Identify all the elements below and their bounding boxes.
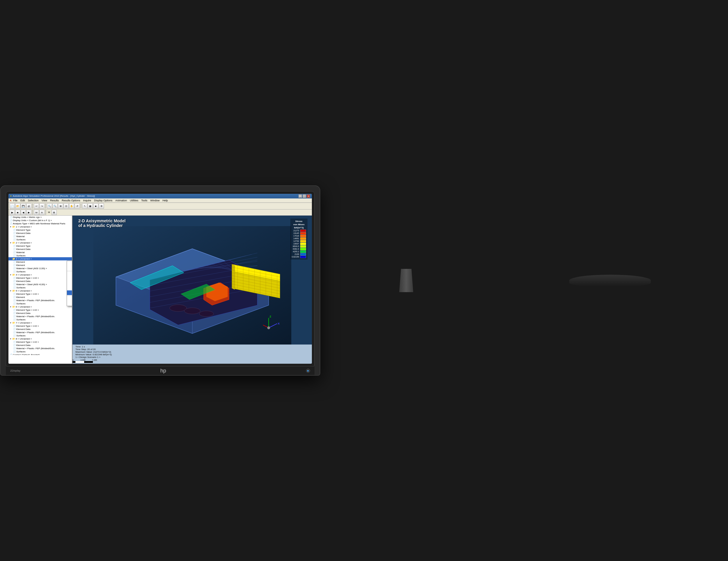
prev-btn[interactable]: ◀ — [21, 210, 26, 215]
tree-item-part4[interactable]: ▼ 📁 4 < Unnamed > — [8, 273, 72, 277]
tree-item-part5-et[interactable]: 📄 Element Type < 2-D > — [8, 292, 72, 295]
zoom-out-btn[interactable]: 🔍 — [52, 204, 58, 209]
menu-selection[interactable]: Selection — [27, 199, 40, 202]
menu-inquire[interactable]: Inquire — [82, 199, 92, 202]
tree-item-part6-et[interactable]: 📄 Element Type < 2-D > — [8, 308, 72, 311]
menu-results-options[interactable]: Results Options — [61, 199, 82, 202]
tree-item-part2-et[interactable]: 📄 Element Type — [8, 245, 72, 248]
tree-item-part1-surfaces[interactable]: 📄 Surfaces — [8, 238, 72, 241]
tree-item-contact[interactable]: 📄 Contact (Default: Bonded) — [8, 353, 72, 355]
pan-btn[interactable]: ✋ — [69, 204, 74, 209]
tree-item-part8-et[interactable]: 📄 Element Type < 2-D > — [8, 340, 72, 344]
tree-item-part6-ed[interactable]: 📄 Element Data — [8, 311, 72, 315]
tree-item-part7[interactable]: ▼ 📁 7 < Unnamed > — [8, 321, 72, 324]
tree-item-display-units-custom[interactable]: 📄 Display Units < Custom (lbf in s F J) … — [8, 219, 72, 222]
legend-value-5: 10637 — [294, 243, 299, 245]
menu-display-options[interactable]: Display Options — [93, 199, 114, 202]
power-button[interactable] — [306, 369, 310, 373]
next-btn[interactable]: ▶ — [26, 210, 31, 215]
menu-utilities[interactable]: Utilities — [129, 199, 139, 202]
tree-item-part2-surf[interactable]: 📄 Surfaces — [8, 254, 72, 257]
mode-btn[interactable]: A — [39, 210, 45, 215]
tree-item-part2-mat[interactable]: 📄 Material — [8, 251, 72, 254]
tree-item-part5[interactable]: ▼ 📁 5 < Unnamed > — [8, 289, 72, 292]
zoom-window-btn[interactable]: ⊡ — [63, 204, 69, 209]
tree-item-part3-el1[interactable]: 📄 Element — [8, 261, 72, 264]
tree-item-analysis-type[interactable]: 📄 Analysis Type < MES with Nonlinear Mat… — [8, 222, 72, 225]
tree-item-part6-mat[interactable]: 📄 Material < Plastic- FEP (Molded/Extn. — [8, 315, 72, 318]
select-btn[interactable]: ↖ — [82, 204, 87, 209]
undo-btn[interactable]: ↩ — [34, 204, 39, 209]
settings-btn[interactable]: ⚙ — [99, 204, 104, 209]
tree-item-part2-ed[interactable]: 📄 Element Data — [8, 248, 72, 251]
context-menu-suppress-results[interactable]: Suppress Results — [67, 281, 73, 286]
tree-item-part4-et[interactable]: 📄 Element Type < 2-D > — [8, 277, 72, 280]
tree-item-part6-surf[interactable]: 📄 Surfaces — [8, 318, 72, 321]
scale-seg-black-2 — [84, 361, 93, 363]
context-menu-select-subentities[interactable]: Select Subentities ▶ — [67, 301, 73, 306]
zoom-in-btn[interactable]: 🔍 — [47, 204, 52, 209]
tree-item-part2[interactable]: ▼ 📁 2 < Unnamed > — [8, 241, 72, 245]
context-menu-suppress-mesh[interactable]: Suppress Mesh — [67, 272, 73, 277]
context-menu-draw-transparently[interactable]: Draw Transparently — [67, 286, 73, 290]
save-btn[interactable]: 💾 — [21, 204, 26, 209]
context-menu-transparency-level[interactable]: Transparency Level... — [67, 296, 73, 301]
close-button[interactable]: ✕ — [307, 194, 310, 198]
rotate-btn[interactable]: ↺ — [75, 204, 80, 209]
tree-item-part5-el[interactable]: 📄 Element — [8, 295, 72, 299]
menu-help[interactable]: Help — [161, 199, 169, 202]
tree-item-part1-element-type[interactable]: 📄 Element Type — [8, 229, 72, 232]
menu-results[interactable]: Results — [49, 199, 60, 202]
context-menu-hide[interactable]: Hide — [67, 266, 73, 270]
tree-item-part5-surf[interactable]: 📄 Surfaces — [8, 302, 72, 305]
menu-tools[interactable]: Tools — [140, 199, 149, 202]
tree-item-display-units-metric[interactable]: 📄 Display Units < Metric cgs > — [8, 216, 72, 219]
menu-edit[interactable]: Edit — [19, 199, 26, 202]
tree-item-part3-el2[interactable]: 📄 Element — [8, 264, 72, 267]
tree-label: Material < Plastic- FEP (Molded/Extn. — [16, 331, 55, 334]
minimize-button[interactable]: _ — [298, 194, 302, 198]
new-btn[interactable]: 📄 — [10, 204, 15, 209]
tree-item-part3-surf[interactable]: 📄 Surfaces — [8, 270, 72, 273]
maximize-button[interactable]: □ — [303, 194, 306, 198]
tree-item-part7-ed[interactable]: 📄 Element Data — [8, 327, 72, 331]
step-btn[interactable]: M — [34, 210, 39, 215]
menu-window[interactable]: Window — [149, 199, 161, 202]
tree-item-part4-ed[interactable]: 📄 Element Data — [8, 280, 72, 283]
tree-item-part1-element-data[interactable]: 📄 Element Data — [8, 232, 72, 235]
tree-item-part1-material[interactable]: 📄 Material — [8, 235, 72, 238]
tree-content[interactable]: 📄 Display Units < Metric cgs > 📄 Display… — [8, 216, 72, 355]
open-btn[interactable]: 📂 — [15, 204, 20, 209]
tree-item-part3-mat[interactable]: 📄 Material < Steel (AISI 1130) > — [8, 267, 72, 270]
tree-item-part5-mat[interactable]: 📄 Material < Plastic- FEP (Molded/Extn. — [8, 299, 72, 302]
tree-item-part8[interactable]: ▼ 📁 8 < Unnamed > — [8, 337, 72, 340]
tree-item-part7-et[interactable]: 📄 Element Type < 2-D > — [8, 324, 72, 327]
doc-icon: 📄 — [13, 302, 16, 304]
tree-item-part8-surf[interactable]: 📄 Surfaces — [8, 350, 72, 353]
redo-btn[interactable]: ↪ — [39, 204, 45, 209]
doc-icon: 📄 — [13, 318, 16, 321]
tree-item-part7-surf[interactable]: 📄 Surfaces — [8, 334, 72, 337]
play-btn[interactable]: ▶ — [10, 210, 15, 215]
tree-item-part7-mat[interactable]: 📄 Material < Plastic- FEP (Molded/Extn. — [8, 331, 72, 334]
tree-item-part3[interactable]: ▼ 📁 3 < Unnamed > — [8, 257, 72, 261]
print-btn[interactable]: 🖨 — [26, 204, 31, 209]
mesh-btn[interactable]: ⊞ — [52, 210, 57, 215]
context-menu-3d-visualization[interactable]: ✓ 3-D Visualization — [67, 290, 73, 295]
viewport[interactable]: 2-D Axisymmetric Model of a Hydraulic Cy… — [73, 216, 312, 364]
tree-item-part6[interactable]: ▼ 📁 6 < Unnamed > — [8, 305, 72, 308]
tree-item-part8-ed[interactable]: 📄 Element Data — [8, 344, 72, 347]
wireframe-btn[interactable]: ▦ — [88, 204, 93, 209]
stop-btn[interactable]: ■ — [15, 210, 20, 215]
context-menu-suppress-faces[interactable]: Suppress Faces — [67, 277, 73, 281]
menu-view[interactable]: View — [40, 199, 48, 202]
tree-item-part1[interactable]: ▼ 📁 1 < Unnamed > — [8, 225, 72, 229]
menu-file[interactable]: File — [12, 199, 19, 202]
tree-item-part8-mat[interactable]: 📄 Material < Plastic- FEP (Molded/Extn. — [8, 347, 72, 350]
zoom-all-btn[interactable]: ⊞ — [58, 204, 63, 209]
shaded-btn[interactable]: ■ — [93, 204, 98, 209]
menu-animation[interactable]: Animation — [114, 199, 128, 202]
tree-item-part4-mat[interactable]: 📄 Material < Steel (AISI 4130) > — [8, 283, 72, 286]
context-menu-show[interactable]: Show — [67, 261, 73, 266]
tree-item-part4-surf[interactable]: 📄 Surfaces — [8, 286, 72, 289]
